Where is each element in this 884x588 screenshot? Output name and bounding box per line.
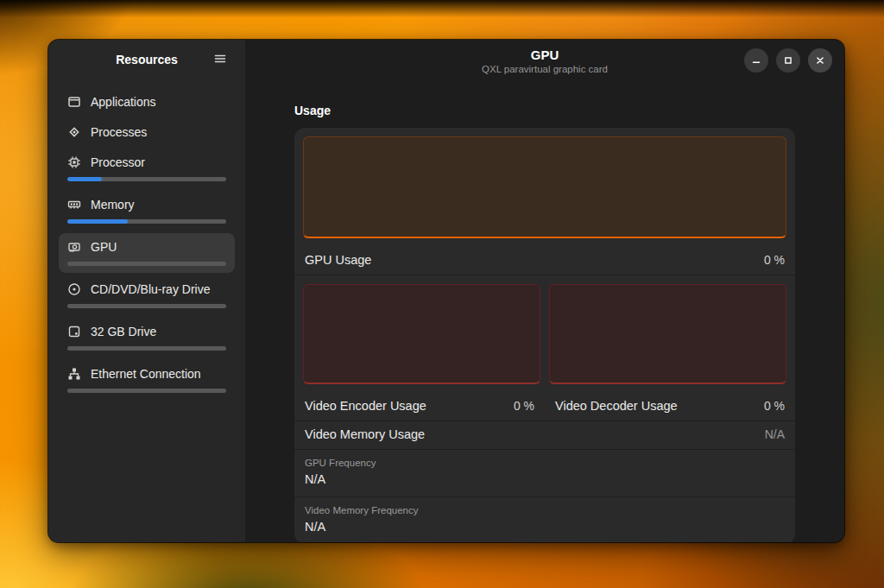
window-controls bbox=[744, 48, 832, 73]
sidebar-item-label: Applications bbox=[91, 95, 156, 109]
memory-usage-meter bbox=[67, 219, 226, 224]
sidebar-item-label: 32 GB Drive bbox=[91, 325, 156, 338]
resources-window: Resources Applications bbox=[48, 40, 844, 542]
sidebar-item-memory[interactable]: Memory bbox=[59, 191, 235, 231]
video-memory-value: N/A bbox=[765, 427, 785, 441]
video-decoder-row: Video Decoder Usage 0 % bbox=[545, 393, 795, 420]
desktop-wallpaper: Resources Applications bbox=[0, 0, 884, 588]
close-button[interactable] bbox=[808, 48, 832, 73]
usage-section-title: Usage bbox=[294, 104, 795, 117]
video-memory-frequency-value: N/A bbox=[305, 519, 785, 535]
maximize-icon bbox=[782, 54, 794, 66]
close-icon bbox=[814, 54, 826, 66]
disc-usage-meter bbox=[67, 304, 226, 308]
sidebar-item-processor[interactable]: Processor bbox=[59, 149, 235, 188]
sidebar-item-processes[interactable]: Processes bbox=[59, 118, 235, 146]
sidebar-item-gpu[interactable]: GPU bbox=[59, 233, 235, 273]
processor-icon bbox=[67, 155, 81, 169]
drive-icon bbox=[67, 325, 81, 338]
sidebar-item-label: Memory bbox=[91, 198, 135, 212]
gpu-frequency-value: N/A bbox=[305, 471, 785, 488]
sidebar-item-label: GPU bbox=[91, 240, 117, 254]
minimize-icon bbox=[750, 54, 762, 66]
sidebar-nav: Applications Processes bbox=[48, 79, 245, 411]
drive-usage-meter bbox=[67, 346, 226, 351]
gpu-usage-value: 0 % bbox=[764, 253, 785, 267]
processor-usage-meter-fill bbox=[67, 177, 102, 181]
sidebar-item-label: Processes bbox=[91, 125, 147, 139]
sidebar-item-label: CD/DVD/Blu-ray Drive bbox=[91, 282, 210, 296]
applications-icon bbox=[67, 95, 81, 109]
disc-icon bbox=[67, 282, 81, 296]
gpu-usage-chart bbox=[303, 136, 786, 238]
processor-usage-meter bbox=[67, 177, 226, 181]
sidebar-item-label: Ethernet Connection bbox=[91, 367, 201, 381]
main-content: GPU QXL paravirtual graphic card Us bbox=[245, 40, 844, 542]
main-menu-button[interactable] bbox=[207, 47, 233, 73]
video-decoder-label: Video Decoder Usage bbox=[555, 399, 678, 413]
headerbar: GPU QXL paravirtual graphic card bbox=[245, 40, 844, 76]
video-encoder-chart bbox=[303, 284, 540, 384]
ethernet-usage-meter bbox=[67, 389, 226, 393]
video-decoder-chart bbox=[549, 284, 786, 384]
sidebar-item-32gb-drive[interactable]: 32 GB Drive bbox=[59, 318, 235, 357]
video-memory-frequency-row: Video Memory Frequency N/A bbox=[294, 497, 795, 542]
hamburger-menu-icon bbox=[213, 52, 227, 68]
processes-icon bbox=[67, 125, 81, 139]
gpu-page[interactable]: Usage GPU Usage 0 % bbox=[245, 76, 844, 542]
sidebar-item-label: Processor bbox=[91, 155, 145, 169]
gpu-usage-row: GPU Usage 0 % bbox=[294, 247, 795, 275]
sidebar-header: Resources bbox=[48, 40, 245, 79]
video-encoder-row: Video Encoder Usage 0 % bbox=[294, 393, 545, 420]
minimize-button[interactable] bbox=[744, 48, 768, 73]
sidebar-item-ethernet[interactable]: Ethernet Connection bbox=[59, 360, 235, 400]
memory-usage-meter-fill bbox=[67, 219, 128, 224]
memory-icon bbox=[67, 198, 81, 212]
app-title: Resources bbox=[86, 53, 207, 66]
video-encoder-label: Video Encoder Usage bbox=[305, 399, 426, 413]
sidebar-item-applications[interactable]: Applications bbox=[59, 88, 235, 116]
video-encoder-value: 0 % bbox=[514, 399, 534, 413]
video-memory-label: Video Memory Usage bbox=[305, 427, 425, 441]
video-memory-row: Video Memory Usage N/A bbox=[294, 421, 795, 449]
ethernet-icon bbox=[67, 367, 81, 381]
gpu-usage-meter bbox=[67, 262, 226, 266]
gpu-frequency-row: GPU Frequency N/A bbox=[294, 450, 795, 496]
usage-card: GPU Usage 0 % Video Encoder Usage 0 % bbox=[294, 128, 795, 542]
sidebar-item-cd-dvd-drive[interactable]: CD/DVD/Blu-ray Drive bbox=[59, 275, 235, 315]
maximize-button[interactable] bbox=[776, 48, 800, 73]
gpu-frequency-label: GPU Frequency bbox=[305, 457, 785, 470]
video-decoder-value: 0 % bbox=[764, 399, 785, 413]
gpu-icon bbox=[67, 240, 81, 254]
video-memory-frequency-label: Video Memory Frequency bbox=[305, 504, 785, 517]
sidebar: Resources Applications bbox=[48, 40, 245, 542]
gpu-usage-label: GPU Usage bbox=[305, 253, 371, 267]
